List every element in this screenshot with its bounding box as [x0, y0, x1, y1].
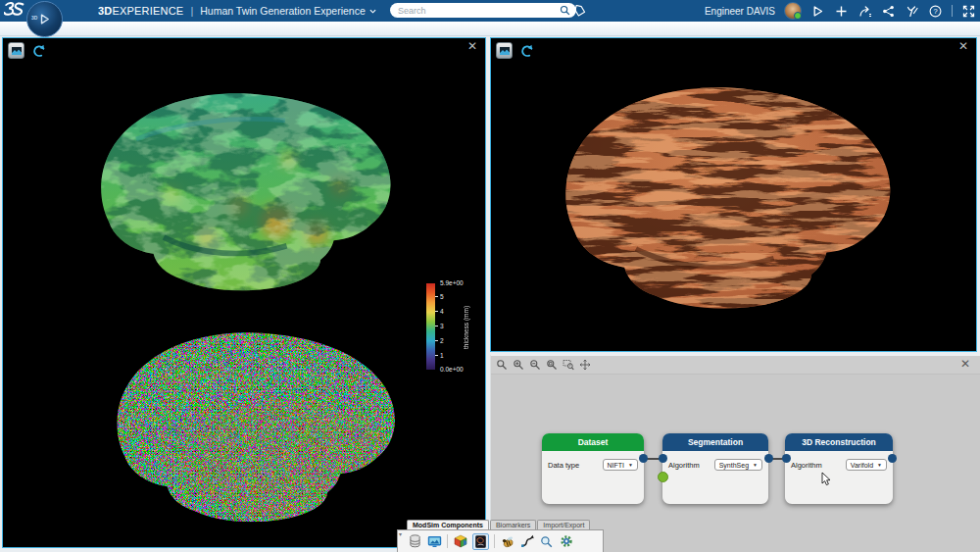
top-bar: 3D 3DEXPERIENCE | Human Twin Generation … — [0, 0, 980, 22]
param-label: Algorithm — [668, 461, 700, 470]
app-title-menu[interactable]: Human Twin Generation Experience — [200, 5, 375, 17]
input-port[interactable] — [782, 454, 791, 463]
dassault-logo — [4, 1, 25, 22]
display-icon[interactable] — [427, 534, 442, 549]
tab-import-export[interactable]: Import/Export — [537, 520, 590, 529]
status-dot-green — [658, 472, 668, 482]
collapse-icon[interactable]: ▾ — [399, 530, 402, 537]
tab-biomarkers[interactable]: Biomarkers — [490, 520, 536, 529]
media-capture-icon[interactable] — [496, 42, 513, 59]
media-capture-icon[interactable] — [8, 42, 24, 59]
tag-icon[interactable] — [573, 4, 586, 22]
avatar[interactable] — [784, 2, 802, 20]
datatype-dropdown[interactable]: NIFTI▼ — [603, 459, 638, 471]
brand-title: 3DEXPERIENCE — [98, 5, 183, 17]
brand-divider: | — [190, 5, 193, 17]
zoom-in-icon[interactable] — [512, 359, 524, 372]
tab-modsim-components[interactable]: ModSim Components — [407, 520, 489, 529]
node-header[interactable]: 3D Reconstruction — [785, 433, 893, 451]
output-port[interactable] — [888, 454, 897, 463]
dock-toolbar: ▾ — [397, 529, 604, 552]
input-port[interactable] — [659, 454, 667, 463]
node-header[interactable]: Dataset — [542, 433, 644, 451]
gear-icon[interactable] — [559, 534, 573, 549]
play-icon[interactable] — [810, 4, 825, 19]
help-icon[interactable]: ? — [928, 4, 943, 19]
search-input[interactable] — [396, 5, 560, 17]
fiber-orientation-brain[interactable] — [89, 309, 438, 542]
bottom-dock: ModSim Components Biomarkers Import/Expo… — [397, 517, 604, 552]
search-bar — [390, 3, 576, 18]
colorbar-gradient — [426, 283, 435, 370]
pipeline-toolbar: ✕ — [491, 356, 980, 375]
node-segmentation[interactable]: Segmentation Algorithm SynthSeg▼ — [662, 433, 768, 504]
node-header[interactable]: Segmentation — [662, 433, 768, 451]
param-label: Algorithm — [791, 461, 822, 470]
viewport-corner-tools — [496, 42, 534, 59]
caret-down-icon: ▼ — [753, 462, 758, 468]
topbar-substrip — [0, 22, 980, 36]
brain-panel-icon[interactable] — [472, 533, 489, 550]
app-title: Human Twin Generation Experience — [200, 5, 365, 17]
caret-down-icon: ▼ — [628, 462, 633, 468]
output-port[interactable] — [639, 454, 648, 463]
tractography-brain[interactable] — [542, 60, 932, 332]
compass-badge[interactable]: 3D — [26, 1, 63, 37]
user-name[interactable]: Engineer DAVIS — [705, 6, 775, 17]
topbar-actions: Engineer DAVIS ? — [705, 0, 976, 22]
cortical-thickness-brain[interactable] — [81, 68, 426, 313]
viewport-tractography[interactable]: ✕ — [490, 37, 977, 352]
bee-icon[interactable] — [500, 534, 514, 549]
reset-view-icon[interactable] — [31, 44, 46, 58]
colorbar-max-label: 5.9e+00 — [440, 279, 464, 286]
dock-tabs: ModSim Components Biomarkers Import/Expo… — [407, 517, 604, 529]
fullscreen-icon[interactable] — [961, 4, 976, 19]
swym-icon[interactable] — [905, 4, 919, 19]
toolbar-separator — [447, 534, 448, 548]
viewport-thickness[interactable]: ✕ 5.9e — [2, 37, 486, 548]
reset-view-icon[interactable] — [519, 44, 534, 58]
close-icon[interactable]: ✕ — [960, 358, 970, 370]
svg-text:?: ? — [933, 7, 937, 16]
node-3d-reconstruction[interactable]: 3D Reconstruction Algorithm Varifold▼ — [785, 433, 893, 504]
toolbar-separator — [494, 534, 495, 548]
topbar-separator — [952, 5, 953, 17]
search-icon[interactable] — [560, 5, 570, 16]
viewport-corner-tools — [8, 42, 46, 59]
colorbar-axis-label: thickness (mm) — [463, 288, 469, 367]
pan-icon[interactable] — [578, 359, 591, 372]
close-icon[interactable]: ✕ — [958, 40, 968, 52]
share-arrow-icon[interactable] — [858, 4, 872, 19]
node-dataset[interactable]: Dataset Data type NIFTI▼ — [542, 433, 644, 504]
spline-icon[interactable] — [519, 534, 534, 549]
zoom-selection-icon[interactable] — [562, 359, 574, 372]
algorithm-dropdown[interactable]: SynthSeg▼ — [714, 459, 762, 471]
close-icon[interactable]: ✕ — [467, 40, 477, 52]
compass-play-icon — [38, 13, 51, 25]
chevron-down-icon — [369, 8, 376, 15]
cube-icon[interactable] — [453, 534, 467, 549]
compass-label: 3D — [31, 15, 37, 21]
algorithm-dropdown[interactable]: Varifold▼ — [846, 459, 887, 471]
colorbar-min-label: 0.0e+00 — [440, 366, 464, 373]
zoom-out-icon[interactable] — [528, 359, 541, 372]
zoom-fit-icon[interactable] — [545, 359, 558, 372]
magnifier-icon[interactable] — [539, 534, 554, 549]
mouse-cursor — [821, 472, 832, 486]
application-window: 3D 3DEXPERIENCE | Human Twin Generation … — [0, 0, 980, 552]
add-icon[interactable] — [834, 4, 849, 19]
output-port[interactable] — [764, 454, 773, 463]
database-icon[interactable] — [408, 534, 422, 549]
colorbar: 5.9e+00 5 4 3 2 1 0.0e+00 thickness (mm) — [420, 276, 485, 378]
share-nodes-icon[interactable] — [881, 4, 896, 19]
online-status-dot — [794, 12, 802, 20]
zoom-icon[interactable] — [495, 359, 508, 372]
caret-down-icon: ▼ — [877, 462, 882, 468]
param-label: Data type — [548, 461, 579, 470]
